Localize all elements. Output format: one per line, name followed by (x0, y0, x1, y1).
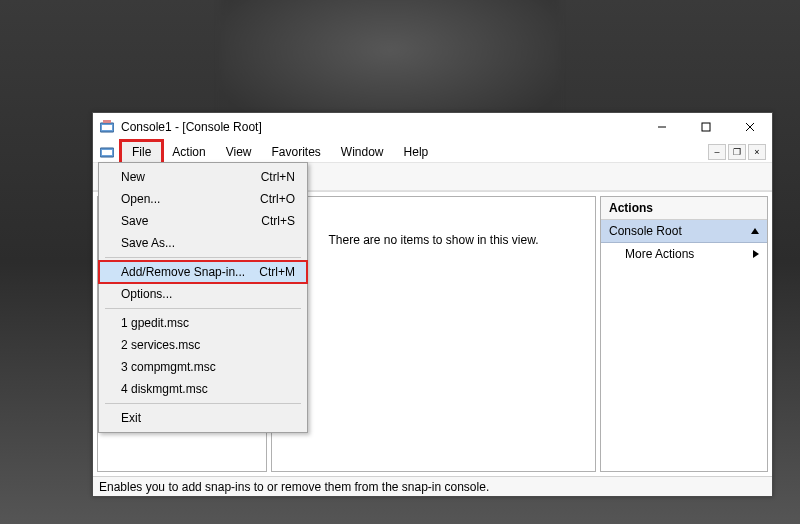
statusbar-text: Enables you to add snap-ins to or remove… (99, 480, 489, 494)
window-title: Console1 - [Console Root] (121, 120, 640, 134)
file-menu-open[interactable]: Open...Ctrl+O (99, 188, 307, 210)
file-menu-options[interactable]: Options... (99, 283, 307, 305)
actions-more-row[interactable]: More Actions (601, 243, 767, 265)
menu-action[interactable]: Action (162, 141, 215, 163)
svg-rect-8 (102, 150, 112, 155)
mmc-app-icon (99, 119, 115, 135)
file-menu-recent-2[interactable]: 2 services.msc (99, 334, 307, 356)
actions-pane-header: Actions (601, 197, 767, 220)
file-menu-dropdown: NewCtrl+N Open...Ctrl+O SaveCtrl+S Save … (98, 162, 308, 433)
mmc-doc-icon (99, 144, 115, 160)
file-menu-recent-3[interactable]: 3 compmgmt.msc (99, 356, 307, 378)
empty-view-text: There are no items to show in this view. (328, 233, 538, 247)
actions-pane: Actions Console Root More Actions (600, 196, 768, 472)
svg-rect-4 (702, 123, 710, 131)
menu-file[interactable]: File (121, 141, 162, 163)
list-pane: There are no items to show in this view. (271, 196, 596, 472)
menu-help[interactable]: Help (394, 141, 439, 163)
maximize-button[interactable] (684, 113, 728, 141)
file-menu-add-remove-snapin[interactable]: Add/Remove Snap-in...Ctrl+M (99, 261, 307, 283)
mdi-close-button[interactable]: × (748, 144, 766, 160)
actions-root-row[interactable]: Console Root (601, 220, 767, 243)
minimize-button[interactable] (640, 113, 684, 141)
menu-view[interactable]: View (216, 141, 262, 163)
actions-root-label: Console Root (609, 224, 682, 238)
menu-separator (105, 403, 301, 404)
file-menu-new[interactable]: NewCtrl+N (99, 166, 307, 188)
mdi-minimize-button[interactable]: – (708, 144, 726, 160)
svg-rect-2 (103, 120, 111, 123)
file-menu-exit[interactable]: Exit (99, 407, 307, 429)
titlebar: Console1 - [Console Root] (93, 113, 772, 141)
menu-separator (105, 257, 301, 258)
mdi-controls: – ❐ × (708, 144, 770, 160)
actions-more-label: More Actions (625, 247, 694, 261)
statusbar: Enables you to add snap-ins to or remove… (93, 476, 772, 496)
svg-rect-1 (102, 125, 112, 130)
menubar: File Action View Favorites Window Help –… (93, 141, 772, 163)
submenu-icon (753, 250, 759, 258)
mdi-restore-button[interactable]: ❐ (728, 144, 746, 160)
file-menu-recent-1[interactable]: 1 gpedit.msc (99, 312, 307, 334)
file-menu-recent-4[interactable]: 4 diskmgmt.msc (99, 378, 307, 400)
menu-favorites[interactable]: Favorites (262, 141, 331, 163)
desktop-wallpaper (220, 0, 560, 130)
file-menu-save[interactable]: SaveCtrl+S (99, 210, 307, 232)
collapse-icon (751, 228, 759, 234)
mmc-window: Console1 - [Console Root] File Action Vi… (92, 112, 773, 497)
file-menu-save-as[interactable]: Save As... (99, 232, 307, 254)
menu-window[interactable]: Window (331, 141, 394, 163)
menu-separator (105, 308, 301, 309)
close-button[interactable] (728, 113, 772, 141)
